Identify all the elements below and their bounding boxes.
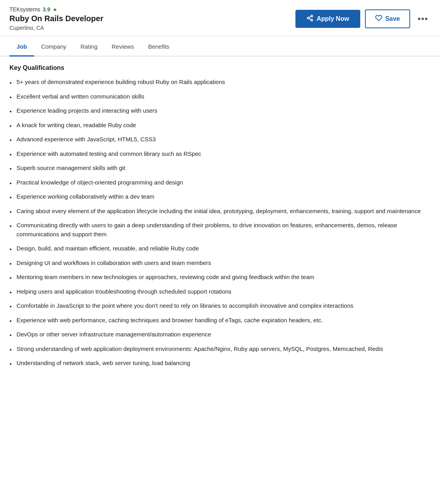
qualification-item: A knack for writing clean, readable Ruby… [9,121,431,130]
tab-company[interactable]: Company [34,38,73,57]
qualification-item: DevOps or other server infrastructure ma… [9,330,431,339]
dot-3 [425,18,427,20]
qualification-item: Understanding of network stack, web serv… [9,359,431,368]
qualification-item: Practical knowledge of object-oriented p… [9,178,431,187]
apply-now-label: Apply Now [317,15,349,22]
job-info: TEKsystems 3.9 ★ Ruby On Rails Developer… [9,6,103,31]
job-title: Ruby On Rails Developer [9,14,103,23]
job-location: Cupertino, CA [9,25,103,31]
dot-2 [422,18,424,20]
qualification-item: Designing UI and workflows in collaborat… [9,259,431,268]
qualification-item: Caring about every element of the applic… [9,207,431,216]
svg-line-3 [309,18,311,20]
svg-line-4 [309,16,311,17]
company-row: TEKsystems 3.9 ★ [9,6,103,13]
share-icon [306,15,314,23]
apply-now-button[interactable]: Apply Now [295,10,360,28]
tab-bar: Job Company Rating Reviews Benefits [0,38,440,57]
header-actions: Apply Now Save [295,9,431,28]
qualification-item: 5+ years of demonstrated experience buil… [9,78,431,87]
qualifications-list: 5+ years of demonstrated experience buil… [9,78,431,368]
qualification-item: Comfortable in JavaScript to the point w… [9,301,431,310]
qualification-item: Excellent verbal and written communicati… [9,92,431,101]
qualification-item: Experience leading projects and interact… [9,106,431,115]
qualification-item: Communicating directly with users to gai… [9,221,431,239]
section-title: Key Qualifications [9,64,431,71]
company-rating: 3.9 [43,6,50,13]
qualification-item: Mentoring team members in new technologi… [9,273,431,282]
qualification-item: Advanced experience with JavaScript, HTM… [9,135,431,144]
job-content: Key Qualifications 5+ years of demonstra… [0,57,440,381]
qualification-item: Experience working collaboratively withi… [9,192,431,201]
qualification-item: Design, build, and maintain efficient, r… [9,244,431,253]
heart-icon [375,15,382,23]
job-header: TEKsystems 3.9 ★ Ruby On Rails Developer… [0,0,440,36]
dot-1 [418,18,420,20]
tab-reviews[interactable]: Reviews [104,38,141,57]
tab-benefits[interactable]: Benefits [141,38,176,57]
qualification-item: Superb source management skills with git [9,164,431,173]
save-button[interactable]: Save [365,9,410,28]
qualification-item: Strong understanding of web application … [9,345,431,354]
qualification-item: Helping users and application troublesho… [9,287,431,296]
more-options-button[interactable] [415,15,431,23]
qualification-item: Experience with web performance, caching… [9,316,431,325]
tab-job[interactable]: Job [9,38,34,57]
save-label: Save [385,15,400,22]
qualification-item: Experience with automated testing and co… [9,150,431,159]
star-icon: ★ [53,7,57,13]
company-name: TEKsystems [9,6,40,13]
tab-rating[interactable]: Rating [73,38,104,57]
